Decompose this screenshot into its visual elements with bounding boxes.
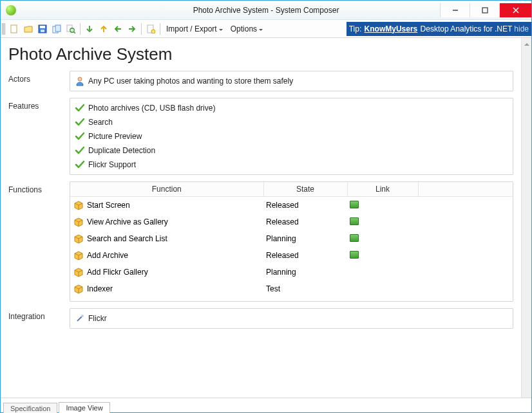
- function-state: Planning: [263, 264, 347, 280]
- actors-label: Actors: [8, 71, 70, 91]
- list-item[interactable]: Flickr: [74, 311, 509, 326]
- save-icon[interactable]: [37, 23, 48, 35]
- tip-tail: Desktop Analytics for .NET: [421, 24, 513, 33]
- table-row[interactable]: View Archive as GalleryReleased: [70, 214, 513, 230]
- function-name: Indexer: [87, 284, 113, 293]
- function-state: Released: [263, 247, 347, 264]
- actors-body[interactable]: Any PC user taking photos and wanting to…: [70, 71, 513, 91]
- integration-section: Integration Flickr: [8, 308, 513, 329]
- open-icon[interactable]: [23, 23, 34, 35]
- titlebar: Photo Archive System - System Composer: [1, 1, 531, 20]
- box-icon: [73, 200, 84, 210]
- arrow-down-icon[interactable]: [84, 23, 95, 35]
- integration-label: Integration: [8, 308, 70, 329]
- function-link-cell[interactable]: [347, 214, 418, 230]
- col-function[interactable]: Function: [70, 182, 263, 197]
- list-item[interactable]: Duplicate Detection: [74, 143, 509, 158]
- tip-link[interactable]: KnowMyUsers: [365, 24, 418, 33]
- integration-body[interactable]: Flickr: [70, 308, 513, 329]
- page-title: Photo Archive System: [8, 44, 513, 64]
- svg-line-12: [73, 32, 75, 33]
- list-item[interactable]: Any PC user taking photos and wanting to…: [74, 74, 509, 88]
- function-link-cell[interactable]: [347, 230, 418, 247]
- function-link-cell: [347, 280, 418, 297]
- list-item-text: Search: [88, 118, 113, 127]
- function-link-cell[interactable]: [347, 197, 418, 214]
- function-link-cell: [347, 264, 418, 280]
- list-item[interactable]: Photo archives (CD, USB flash drive): [74, 101, 509, 115]
- function-state: Test: [263, 280, 347, 297]
- paste-new-icon[interactable]: [145, 23, 157, 35]
- functions-body[interactable]: Function State Link Start ScreenReleased…: [70, 181, 513, 302]
- box-icon: [73, 250, 84, 261]
- toolbar-separator: [160, 23, 160, 35]
- toolbar-separator: [80, 23, 81, 35]
- window-controls: [440, 3, 531, 17]
- function-name: View Archive as Gallery: [87, 217, 168, 226]
- maximize-button[interactable]: [470, 3, 499, 17]
- function-link-cell[interactable]: [347, 247, 418, 264]
- box-icon: [73, 234, 84, 244]
- col-spacer: [418, 182, 513, 197]
- function-name: Search and Search List: [87, 234, 167, 243]
- app-window: Photo Archive System - System Composer: [0, 0, 532, 413]
- toolbar: Import / Export Options Tip: KnowMyUsers…: [1, 20, 531, 38]
- list-item[interactable]: Search: [74, 115, 509, 129]
- toolbar-grip: [2, 23, 6, 35]
- copy-icon[interactable]: [51, 23, 62, 35]
- link-icon[interactable]: [350, 234, 359, 242]
- col-state[interactable]: State: [263, 182, 347, 197]
- list-item[interactable]: Picture Preview: [74, 129, 509, 143]
- list-item[interactable]: Flickr Support: [74, 158, 509, 172]
- list-item-text: Picture Preview: [88, 132, 142, 141]
- box-icon: [73, 267, 84, 277]
- tip-banner: Tip: KnowMyUsers Desktop Analytics for .…: [347, 22, 531, 36]
- svg-rect-9: [55, 25, 61, 32]
- minimize-button[interactable]: [440, 3, 470, 17]
- list-item-text: Photo archives (CD, USB flash drive): [88, 104, 215, 113]
- arrow-up-icon[interactable]: [98, 23, 109, 35]
- table-row[interactable]: Start ScreenReleased: [70, 197, 513, 214]
- app-icon: [6, 5, 16, 15]
- svg-point-14: [151, 30, 155, 33]
- functions-section: Functions Function State Link Start Scre…: [8, 181, 513, 302]
- check-icon: [74, 103, 86, 113]
- features-body[interactable]: Photo archives (CD, USB flash drive)Sear…: [70, 98, 513, 175]
- close-button[interactable]: [499, 3, 531, 17]
- table-row[interactable]: Add ArchiveReleased: [70, 247, 513, 264]
- check-icon: [74, 145, 86, 156]
- function-name: Add Flickr Gallery: [87, 268, 148, 277]
- link-icon[interactable]: [350, 201, 359, 208]
- functions-table: Function State Link Start ScreenReleased…: [70, 182, 513, 297]
- tab-specification[interactable]: Specification: [3, 403, 57, 413]
- tab-image-view[interactable]: Image View: [59, 402, 109, 413]
- svg-point-15: [78, 77, 82, 81]
- features-section: Features Photo archives (CD, USB flash d…: [8, 98, 513, 175]
- link-icon[interactable]: [350, 217, 359, 225]
- import-export-menu[interactable]: Import / Export: [162, 23, 227, 35]
- col-link[interactable]: Link: [347, 182, 418, 197]
- tip-label: Tip:: [349, 24, 362, 33]
- box-icon: [73, 217, 84, 227]
- table-row[interactable]: Search and Search ListPlanning: [70, 230, 513, 247]
- options-menu[interactable]: Options: [227, 23, 267, 35]
- svg-point-17: [81, 315, 84, 317]
- arrow-left-icon[interactable]: [112, 23, 124, 35]
- table-row[interactable]: Add Flickr GalleryPlanning: [70, 264, 513, 280]
- arrow-right-icon[interactable]: [126, 23, 138, 35]
- check-icon: [74, 160, 86, 170]
- list-item-text: Flickr: [88, 314, 107, 323]
- check-icon: [74, 117, 86, 127]
- link-icon[interactable]: [350, 251, 359, 259]
- functions-label: Functions: [8, 181, 70, 302]
- new-icon[interactable]: [8, 23, 20, 35]
- table-row[interactable]: IndexerTest: [70, 280, 513, 297]
- user-icon: [74, 76, 86, 86]
- svg-rect-6: [40, 26, 45, 28]
- function-state: Planning: [263, 230, 347, 247]
- vertical-scrollbar[interactable]: [521, 38, 531, 398]
- toolbar-separator: [141, 23, 142, 35]
- tip-hide[interactable]: hide: [514, 24, 529, 33]
- find-icon[interactable]: [65, 23, 77, 35]
- list-item-text: Duplicate Detection: [88, 146, 155, 155]
